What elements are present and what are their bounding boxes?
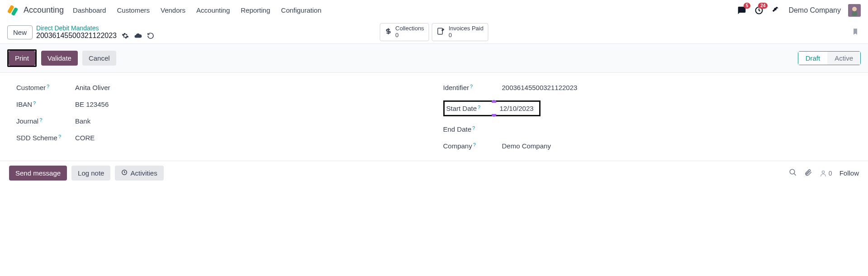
- print-button[interactable]: Print: [9, 51, 35, 66]
- breadcrumb-parent[interactable]: Direct Debit Mandates: [36, 24, 155, 32]
- nav-dashboard[interactable]: Dashboard: [73, 6, 106, 14]
- identifier-value[interactable]: 20036145500321122023: [502, 84, 578, 91]
- user-avatar[interactable]: [848, 4, 861, 17]
- journal-label: Journal: [16, 117, 38, 125]
- status-bar: Draft Active: [798, 51, 861, 65]
- breadcrumb-current: 20036145500321122023: [36, 32, 117, 40]
- nav-accounting[interactable]: Accounting: [196, 6, 230, 14]
- company-value[interactable]: Demo Company: [502, 142, 551, 150]
- marker-bottom: [492, 114, 496, 117]
- stat-buttons: Collections 0 Invoices Paid 0: [379, 23, 489, 41]
- iban-label: IBAN: [16, 100, 32, 108]
- bookmark-icon[interactable]: [852, 27, 861, 38]
- scheme-value[interactable]: CORE: [75, 134, 95, 142]
- customer-field: Customer? Anita Oliver: [16, 84, 425, 91]
- help-icon[interactable]: ?: [58, 134, 61, 139]
- help-icon[interactable]: ?: [470, 84, 473, 89]
- status-draft[interactable]: Draft: [798, 52, 828, 65]
- send-message-button[interactable]: Send message: [9, 166, 67, 181]
- help-icon[interactable]: ?: [473, 142, 476, 148]
- cloud-icon[interactable]: [134, 32, 142, 40]
- chat-badge: 5: [744, 3, 751, 9]
- app-title[interactable]: Accounting: [24, 5, 64, 15]
- dollar-icon: [384, 27, 392, 38]
- form-right-column: Identifier? 20036145500321122023 Start D…: [443, 84, 852, 150]
- svg-rect-5: [852, 11, 857, 16]
- systray: 5 24 Demo Company: [737, 4, 861, 17]
- customer-value[interactable]: Anita Oliver: [75, 84, 110, 91]
- gear-icon[interactable]: [121, 32, 129, 40]
- activities-button[interactable]: Activities: [115, 166, 163, 181]
- company-name[interactable]: Demo Company: [788, 6, 841, 14]
- stat-invoices-value: 0: [449, 32, 484, 39]
- svg-rect-6: [438, 28, 443, 34]
- stat-collections-value: 0: [395, 32, 424, 39]
- scheme-field: SDD Scheme? CORE: [16, 134, 425, 142]
- help-icon[interactable]: ?: [39, 117, 42, 123]
- nav-vendors[interactable]: Vendors: [161, 6, 185, 14]
- identifier-label: Identifier: [443, 84, 470, 91]
- log-note-button[interactable]: Log note: [71, 166, 110, 181]
- topbar: Accounting Dashboard Customers Vendors A…: [0, 0, 868, 21]
- clock-icon[interactable]: 24: [754, 5, 764, 15]
- customer-label: Customer: [16, 84, 46, 91]
- journal-field: Journal? Bank: [16, 117, 425, 125]
- help-icon[interactable]: ?: [47, 84, 49, 89]
- follow-button[interactable]: Follow: [840, 169, 859, 177]
- attachment-icon[interactable]: [804, 168, 812, 178]
- action-bar: Print Validate Cancel Draft Active: [0, 44, 868, 73]
- help-icon[interactable]: ?: [472, 125, 475, 131]
- activities-label: Activities: [130, 169, 157, 177]
- nav-customers[interactable]: Customers: [117, 6, 150, 14]
- company-label: Company: [443, 142, 472, 150]
- end-date-label: End Date: [443, 125, 472, 133]
- clock-small-icon: [121, 169, 128, 177]
- control-bar: New Direct Debit Mandates 20036145500321…: [0, 21, 868, 44]
- tools-icon[interactable]: [771, 5, 781, 15]
- svg-point-9: [822, 171, 824, 173]
- form-view: Customer? Anita Oliver IBAN? BE 123456 J…: [0, 73, 868, 161]
- form-left-column: Customer? Anita Oliver IBAN? BE 123456 J…: [16, 84, 425, 150]
- cancel-button[interactable]: Cancel: [82, 51, 116, 66]
- undo-icon[interactable]: [147, 32, 155, 40]
- edit-icon: [437, 27, 445, 37]
- help-icon[interactable]: ?: [478, 105, 480, 110]
- followers-count[interactable]: 0: [820, 170, 832, 177]
- identifier-field: Identifier? 20036145500321122023: [443, 84, 852, 91]
- start-date-value[interactable]: 12/10/2023: [496, 102, 537, 115]
- followers-num: 0: [829, 170, 832, 177]
- stat-invoices-label: Invoices Paid: [449, 25, 484, 32]
- journal-value[interactable]: Bank: [75, 117, 90, 125]
- iban-value[interactable]: BE 123456: [75, 100, 109, 108]
- breadcrumb: Direct Debit Mandates 200361455003211220…: [36, 24, 155, 40]
- search-icon[interactable]: [789, 168, 797, 178]
- stat-invoices[interactable]: Invoices Paid 0: [432, 23, 489, 41]
- start-date-label: Start Date: [446, 105, 477, 112]
- chatter-right: 0 Follow: [789, 168, 859, 178]
- iban-field: IBAN? BE 123456: [16, 100, 425, 108]
- main-nav: Dashboard Customers Vendors Accounting R…: [73, 6, 321, 14]
- help-icon[interactable]: ?: [33, 100, 36, 106]
- app-logo-icon[interactable]: [7, 5, 18, 16]
- svg-point-4: [852, 7, 857, 11]
- nav-configuration[interactable]: Configuration: [281, 6, 321, 14]
- marker-top: [492, 100, 496, 103]
- stat-collections[interactable]: Collections 0: [379, 23, 429, 41]
- validate-button[interactable]: Validate: [41, 51, 78, 66]
- activity-badge: 24: [758, 3, 768, 9]
- svg-point-8: [790, 169, 795, 174]
- nav-reporting[interactable]: Reporting: [241, 6, 270, 14]
- chatter-bar: Send message Log note Activities 0 Follo…: [0, 161, 868, 185]
- end-date-field: End Date?: [443, 125, 852, 133]
- company-field: Company? Demo Company: [443, 142, 852, 150]
- print-highlight: Print: [7, 49, 37, 67]
- chat-icon[interactable]: 5: [737, 5, 747, 15]
- stat-collections-label: Collections: [395, 25, 424, 32]
- new-button[interactable]: New: [7, 25, 33, 39]
- start-date-field: Start Date? 12/10/2023: [443, 100, 541, 116]
- status-active[interactable]: Active: [827, 52, 860, 65]
- scheme-label: SDD Scheme: [16, 134, 57, 142]
